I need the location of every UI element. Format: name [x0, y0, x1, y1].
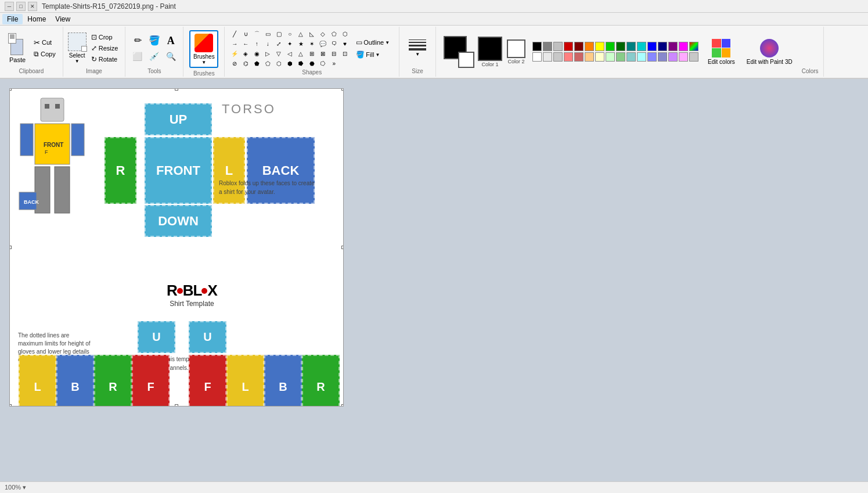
edit-paint3d-button[interactable]: Edit with Paint 3D [742, 34, 797, 69]
crop-button[interactable]: ⊡ Crop [89, 32, 121, 42]
shape-lightning[interactable]: ⚡ [229, 49, 240, 58]
shape-moreG[interactable]: ⬢ [284, 59, 295, 68]
cut-button[interactable]: ✂ Cut [31, 37, 58, 48]
shape-more2[interactable]: ◉ [251, 49, 262, 58]
shape-hexagon[interactable]: ⬡ [340, 29, 350, 38]
text-button[interactable]: A [165, 34, 177, 48]
shape-moreF[interactable]: ⬡ [273, 59, 284, 68]
menu-view[interactable]: View [51, 14, 75, 24]
swatch-mgray[interactable] [553, 52, 563, 62]
shape-star4[interactable]: ✦ [284, 39, 295, 48]
swatch-lpurple[interactable] [668, 52, 678, 62]
swatch-xgray[interactable] [543, 52, 552, 62]
shape-line[interactable]: ╱ [229, 29, 240, 38]
shape-freeform[interactable]: ⌒ [251, 29, 262, 38]
shape-callout2[interactable]: 🗨 [329, 39, 339, 48]
color2-swatch[interactable] [458, 52, 474, 68]
menu-home[interactable]: Home [23, 14, 51, 24]
swatch-lgreen[interactable] [606, 52, 615, 62]
shape-rect[interactable]: ▭ [262, 29, 273, 38]
menu-file[interactable]: File [2, 14, 23, 24]
swatch-yellow[interactable] [595, 42, 604, 51]
close-button[interactable]: ✕ [28, 2, 37, 11]
swatch-dred[interactable] [574, 42, 584, 51]
shape-callout[interactable]: 💬 [318, 39, 328, 48]
shape-arrow-l[interactable]: ← [240, 39, 251, 48]
swatch-blue[interactable] [647, 42, 657, 51]
shape-ellipse[interactable]: ○ [284, 29, 295, 38]
shape-diamond[interactable]: ◇ [318, 29, 328, 38]
shape-star5[interactable]: ★ [296, 39, 306, 48]
picker-button[interactable]: 💉 [147, 51, 161, 62]
swatch-lblue[interactable] [647, 52, 657, 62]
shape-curve[interactable]: ∪ [240, 29, 251, 38]
shape-roundrect[interactable]: ▢ [273, 29, 284, 38]
size-button[interactable]: ▼ [404, 31, 431, 66]
shape-more5[interactable]: ◁ [284, 49, 295, 58]
shape-moreH[interactable]: ⭓ [296, 59, 306, 68]
shape-triangle[interactable]: △ [296, 29, 306, 38]
shape-moreJ[interactable]: ⭔ [318, 59, 328, 68]
shape-more3[interactable]: ▷ [262, 49, 273, 58]
swatch-teal[interactable] [626, 42, 636, 51]
shape-4arrow[interactable]: ⤢ [273, 39, 284, 48]
minimize-button[interactable]: ─ [5, 2, 14, 11]
swatch-lpink[interactable] [679, 52, 688, 62]
edit-colors-button[interactable]: Edit colors [703, 34, 740, 69]
swatch-lyellow[interactable] [595, 52, 604, 62]
paint-canvas[interactable]: FRONT F BACK TORSO UP [9, 88, 344, 406]
swatch-gray2[interactable] [689, 52, 698, 62]
swatch-lred[interactable] [564, 52, 573, 62]
shape-more7[interactable]: ⊞ [307, 49, 317, 58]
resize-button[interactable]: ⤢ Resize [89, 43, 121, 53]
swatch-black[interactable] [532, 42, 542, 51]
swatch-red[interactable] [564, 42, 573, 51]
shape-pentagon[interactable]: ⬠ [329, 29, 339, 38]
eraser-button[interactable]: ⬜ [130, 51, 145, 62]
swatch-mgreen[interactable] [616, 52, 625, 62]
swatch-green[interactable] [606, 42, 615, 51]
color1-large[interactable] [478, 37, 502, 61]
shape-moreE[interactable]: ⬠ [262, 59, 273, 68]
shape-arrow-d[interactable]: ↓ [262, 39, 273, 48]
shape-more-arrow[interactable]: » [329, 59, 339, 68]
shape-arrow-u[interactable]: ↑ [251, 39, 262, 48]
pencil-button[interactable]: ✏ [132, 34, 144, 48]
shape-moreI[interactable]: ⬣ [307, 59, 317, 68]
swatch-orange[interactable] [585, 42, 594, 51]
shape-moreB[interactable]: ⊘ [229, 59, 240, 68]
brushes-button[interactable]: Brushes ▼ [189, 30, 218, 68]
shape-heart[interactable]: ♥ [340, 39, 350, 48]
color2-large[interactable] [507, 39, 525, 58]
shape-more8[interactable]: ⊠ [318, 49, 328, 58]
paste-button[interactable]: Paste [5, 31, 30, 66]
shape-arrow-r[interactable]: → [229, 39, 240, 48]
swatch-lcyan[interactable] [637, 52, 646, 62]
fill-button[interactable]: 🪣 [146, 34, 163, 48]
maximize-button[interactable]: □ [16, 2, 26, 11]
shape-moreC[interactable]: ⌬ [240, 59, 251, 68]
swatch-pink[interactable] [679, 42, 688, 51]
shape-more1[interactable]: ◈ [240, 49, 251, 58]
swatch-dgreen[interactable] [616, 42, 625, 51]
swatch-cyan[interactable] [637, 42, 646, 51]
swatch-lorange[interactable] [585, 52, 594, 62]
outline-dropdown[interactable]: ▭ Outline ▼ [354, 37, 392, 48]
swatch-purple[interactable] [668, 42, 678, 51]
magnify-button[interactable]: 🔍 [164, 51, 178, 62]
shape-moreD[interactable]: ⬟ [251, 59, 262, 68]
shape-more4[interactable]: ▽ [273, 49, 284, 58]
rotate-button[interactable]: ↻ Rotate [89, 54, 121, 64]
shape-star6[interactable]: ✶ [307, 39, 317, 48]
swatch-mred[interactable] [574, 52, 584, 62]
swatch-white[interactable] [532, 52, 542, 62]
swatch-lgray[interactable] [553, 42, 563, 51]
shape-more6[interactable]: △ [296, 49, 306, 58]
swatch-special[interactable] [689, 42, 698, 51]
swatch-dgray[interactable] [543, 42, 552, 51]
fill-dropdown[interactable]: 🪣 Fill ▼ [354, 49, 392, 60]
swatch-dblue[interactable] [658, 42, 667, 51]
swatch-lteal[interactable] [626, 52, 636, 62]
shape-rtriangle[interactable]: ◺ [307, 29, 317, 38]
shape-more9[interactable]: ⊟ [329, 49, 339, 58]
